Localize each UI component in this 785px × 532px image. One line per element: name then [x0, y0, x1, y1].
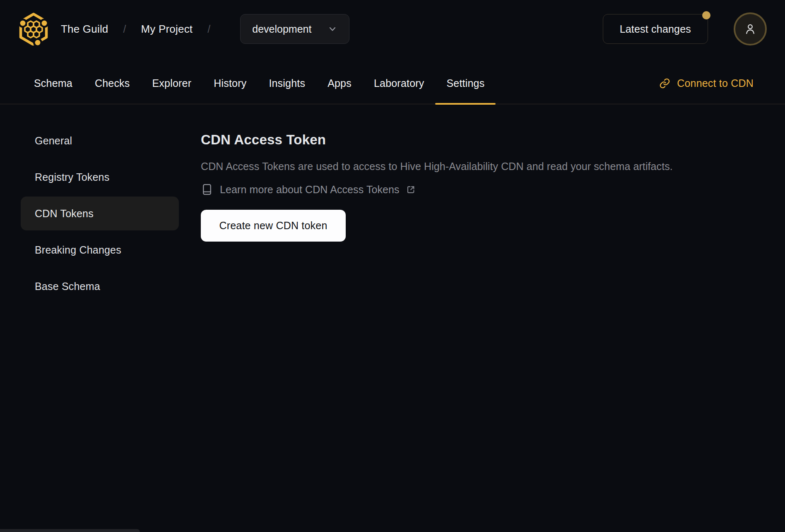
tab-history[interactable]: History — [202, 63, 258, 104]
create-cdn-token-button[interactable]: Create new CDN token — [201, 210, 346, 242]
latest-changes-label: Latest changes — [620, 23, 691, 35]
header-actions: Latest changes — [603, 12, 767, 46]
breadcrumb: The Guild / My Project / development — [61, 14, 349, 44]
target-selector-value: development — [252, 23, 311, 35]
settings-sidebar: General Registry Tokens CDN Tokens Break… — [21, 104, 179, 306]
learn-more-link[interactable]: Learn more about CDN Access Tokens — [201, 183, 416, 196]
sidebar-item-cdn-tokens[interactable]: CDN Tokens — [21, 197, 179, 230]
tab-insights[interactable]: Insights — [258, 63, 316, 104]
sidebar-item-registry-tokens[interactable]: Registry Tokens — [21, 160, 179, 194]
breadcrumb-separator: / — [123, 23, 126, 35]
book-icon — [201, 183, 213, 196]
page-description: CDN Access Tokens are used to access to … — [201, 160, 673, 173]
chevron-down-icon — [318, 24, 337, 34]
app-root: The Guild / My Project / development Lat… — [0, 0, 785, 532]
tab-settings[interactable]: Settings — [435, 63, 496, 104]
sidebar-item-general[interactable]: General — [21, 124, 179, 158]
target-selector[interactable]: development — [240, 14, 349, 44]
sidebar-item-breaking-changes[interactable]: Breaking Changes — [21, 233, 179, 267]
page-title: CDN Access Token — [201, 132, 673, 148]
user-icon — [743, 22, 757, 36]
learn-more-label: Learn more about CDN Access Tokens — [220, 184, 400, 196]
content: General Registry Tokens CDN Tokens Break… — [0, 104, 785, 532]
connect-to-cdn-label: Connect to CDN — [677, 77, 754, 89]
tab-laboratory[interactable]: Laboratory — [363, 63, 436, 104]
notification-dot — [702, 11, 710, 19]
tab-checks[interactable]: Checks — [84, 63, 141, 104]
latest-changes-button[interactable]: Latest changes — [603, 14, 708, 44]
hive-logo-icon[interactable] — [19, 12, 48, 46]
link-icon — [659, 78, 670, 89]
breadcrumb-separator: / — [207, 23, 210, 35]
sidebar-item-base-schema[interactable]: Base Schema — [21, 269, 179, 303]
user-avatar-button[interactable] — [734, 12, 767, 46]
tab-apps[interactable]: Apps — [316, 63, 363, 104]
tab-explorer[interactable]: Explorer — [141, 63, 202, 104]
tab-bar: Schema Checks Explorer History Insights … — [0, 58, 785, 104]
external-link-icon — [406, 185, 416, 194]
link-preview-bar — [0, 529, 140, 532]
connect-to-cdn-link[interactable]: Connect to CDN — [659, 77, 754, 89]
main-panel: CDN Access Token CDN Access Tokens are u… — [201, 104, 673, 242]
tab-schema[interactable]: Schema — [23, 63, 84, 104]
breadcrumb-project[interactable]: My Project — [141, 23, 193, 36]
header: The Guild / My Project / development Lat… — [0, 0, 785, 58]
breadcrumb-org[interactable]: The Guild — [61, 23, 108, 36]
